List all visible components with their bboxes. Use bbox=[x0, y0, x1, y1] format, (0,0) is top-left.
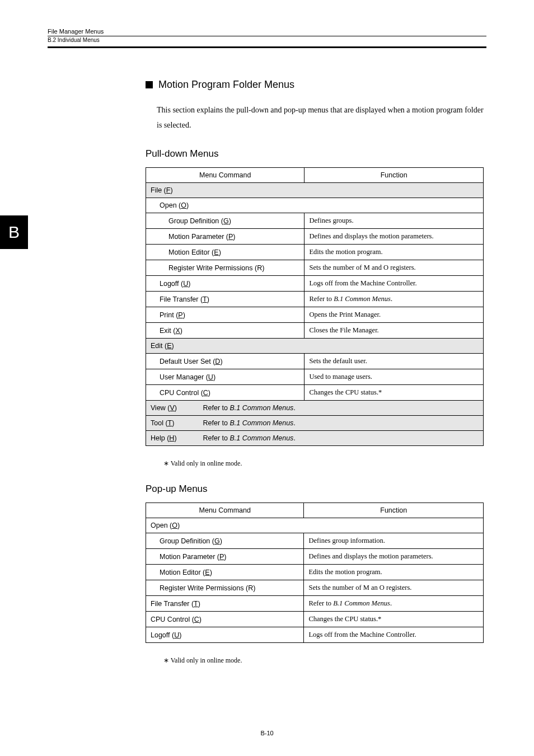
func-cell: Changes the CPU status.* bbox=[305, 385, 484, 401]
col-header-command: Menu Command bbox=[146, 503, 304, 518]
tool-menu-row: Tool (T) Refer to B.1 Common Menus. bbox=[146, 416, 484, 431]
side-tab: B bbox=[0, 215, 28, 249]
view-menu-row: View (V) Refer to B.1 Common Menus. bbox=[146, 401, 484, 416]
indent-cell bbox=[146, 260, 156, 276]
table-row: File (F) bbox=[146, 183, 484, 198]
table-row: Edit (E) bbox=[146, 339, 484, 354]
table-row: Default User Set (D) Sets the default us… bbox=[146, 354, 484, 369]
indent-cell bbox=[146, 307, 156, 323]
indent-cell bbox=[146, 533, 156, 549]
table-row: Open (O) bbox=[146, 518, 484, 533]
pulldown-note: ∗ Valid only in online mode. bbox=[163, 459, 484, 468]
func-cell: Refer to B.1 Common Menus. bbox=[305, 292, 484, 307]
section-marker-icon bbox=[146, 81, 153, 88]
cmd-cell: Logoff (U) bbox=[146, 627, 304, 643]
cmd-cell: File Transfer (T) bbox=[155, 292, 305, 307]
cmd-cell: Group Definition (G) bbox=[164, 213, 305, 229]
indent-cell bbox=[155, 245, 164, 260]
cmd-cell: CPU Control (C) bbox=[146, 612, 304, 627]
table-row: Motion Editor (E) Edits the motion progr… bbox=[146, 565, 484, 580]
func-cell: Defines and displays the motion paramete… bbox=[305, 229, 484, 245]
cmd-cell: File Transfer (T) bbox=[146, 596, 304, 612]
cmd-cell: Motion Parameter (P) bbox=[164, 229, 305, 245]
indent-cell bbox=[146, 354, 156, 369]
table-row: CPU Control (C) Changes the CPU status.* bbox=[146, 612, 484, 627]
func-cell: Used to manage users. bbox=[305, 369, 484, 385]
table-row: User Manager (U) Used to manage users. bbox=[146, 369, 484, 385]
file-menu-row: File (F) bbox=[146, 183, 484, 198]
popup-note: ∗ Valid only in online mode. bbox=[163, 656, 484, 665]
table-row: Help (H) Refer to B.1 Common Menus. bbox=[146, 431, 484, 446]
header-line-2: B.2 Individual Menus bbox=[48, 37, 486, 43]
indent-cell bbox=[146, 369, 156, 385]
popup-table: Menu Command Function Open (O) Group Def… bbox=[146, 503, 484, 643]
indent-cell bbox=[146, 292, 156, 307]
table-row: Logoff (U) Logs off from the Machine Con… bbox=[146, 627, 484, 643]
popup-heading: Pop-up Menus bbox=[146, 483, 484, 495]
func-cell: Defines groups. bbox=[305, 213, 484, 229]
cmd-cell: Motion Editor (E) bbox=[155, 565, 304, 580]
indent-cell bbox=[146, 276, 156, 292]
section-title: Motion Program Folder Menus bbox=[158, 79, 294, 91]
header-rule bbox=[48, 46, 486, 48]
table-row: Motion Parameter (P) Defines and display… bbox=[146, 549, 484, 565]
cmd-cell: Exit (X) bbox=[155, 323, 305, 339]
cmd-cell: CPU Control (C) bbox=[155, 385, 305, 401]
cmd-cell: Register Write Permissions (R) bbox=[164, 260, 305, 276]
table-row: Motion Editor (E) Edits the motion progr… bbox=[146, 245, 484, 260]
table-row: Register Write Permissions (R) Sets the … bbox=[146, 580, 484, 596]
func-cell: Logs off from the Machine Controller. bbox=[304, 627, 484, 643]
table-row: Register Write Permissions (R) Sets the … bbox=[146, 260, 484, 276]
col-header-function: Function bbox=[304, 503, 484, 518]
table-header-row: Menu Command Function bbox=[146, 503, 484, 518]
indent-cell bbox=[146, 385, 156, 401]
cmd-cell: Logoff (U) bbox=[155, 276, 305, 292]
table-row: Tool (T) Refer to B.1 Common Menus. bbox=[146, 416, 484, 431]
func-cell: Changes the CPU status.* bbox=[304, 612, 484, 627]
cmd-cell: User Manager (U) bbox=[155, 369, 305, 385]
table-header-row: Menu Command Function bbox=[146, 168, 484, 183]
edit-menu-row: Edit (E) bbox=[146, 339, 484, 354]
indent-cell bbox=[146, 565, 156, 580]
func-cell: Defines and displays the motion paramete… bbox=[304, 549, 484, 565]
col-header-command: Menu Command bbox=[146, 168, 305, 183]
cmd-cell: Group Definition (G) bbox=[155, 533, 304, 549]
header-line-1: File Manager Menus bbox=[48, 28, 486, 35]
open-menu-row: Open (O) bbox=[146, 518, 484, 533]
pulldown-heading: Pull-down Menus bbox=[146, 148, 484, 159]
indent-cell bbox=[146, 229, 156, 245]
table-row: Open (O) bbox=[146, 198, 484, 213]
table-row: Print (P) Opens the Print Manager. bbox=[146, 307, 484, 323]
func-cell: Defines group information. bbox=[304, 533, 484, 549]
table-row: File Transfer (T) Refer to B.1 Common Me… bbox=[146, 596, 484, 612]
func-cell: Edits the motion program. bbox=[304, 565, 484, 580]
indent-cell bbox=[146, 323, 156, 339]
page-number: B-10 bbox=[0, 730, 534, 736]
table-row: View (V) Refer to B.1 Common Menus. bbox=[146, 401, 484, 416]
indent-cell bbox=[146, 198, 156, 213]
cmd-cell: Motion Parameter (P) bbox=[155, 549, 304, 565]
col-header-function: Function bbox=[305, 168, 484, 183]
indent-cell bbox=[155, 213, 164, 229]
table-row: Logoff (U) Logs off from the Machine Con… bbox=[146, 276, 484, 292]
cmd-cell: Default User Set (D) bbox=[155, 354, 305, 369]
table-row: Group Definition (G) Defines groups. bbox=[146, 213, 484, 229]
cmd-cell: Print (P) bbox=[155, 307, 305, 323]
table-row: Group Definition (G) Defines group infor… bbox=[146, 533, 484, 549]
table-row: Motion Parameter (P) Defines and display… bbox=[146, 229, 484, 245]
section-heading: Motion Program Folder Menus bbox=[146, 79, 484, 91]
func-cell: Sets the number of M an O registers. bbox=[304, 580, 484, 596]
table-row: File Transfer (T) Refer to B.1 Common Me… bbox=[146, 292, 484, 307]
cmd-cell: Register Write Permissions (R) bbox=[155, 580, 304, 596]
func-cell: Closes the File Manager. bbox=[305, 323, 484, 339]
func-cell: Edits the motion program. bbox=[305, 245, 484, 260]
table-row: CPU Control (C) Changes the CPU status.* bbox=[146, 385, 484, 401]
intro-paragraph: This section explains the pull-down and … bbox=[157, 103, 484, 133]
indent-cell bbox=[155, 229, 164, 245]
pulldown-table: Menu Command Function File (F) Open (O) … bbox=[146, 167, 484, 446]
open-menu-row: Open (O) bbox=[155, 198, 484, 213]
indent-cell bbox=[146, 213, 156, 229]
indent-cell bbox=[155, 260, 164, 276]
func-cell: Opens the Print Manager. bbox=[305, 307, 484, 323]
table-row: Exit (X) Closes the File Manager. bbox=[146, 323, 484, 339]
